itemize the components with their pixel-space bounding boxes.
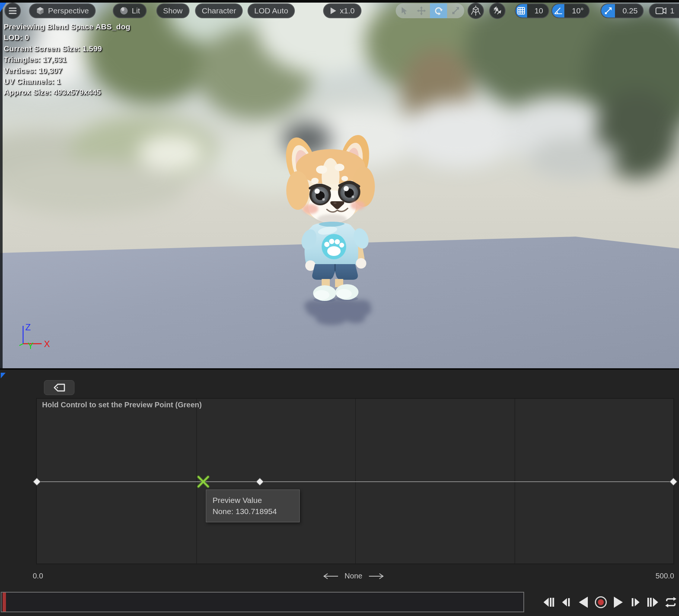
perspective-button[interactable]: Perspective — [29, 3, 96, 18]
step-backward-button[interactable] — [558, 594, 573, 610]
timeline-scrubber[interactable] — [1, 592, 524, 612]
tooltip-value: None: 130.718954 — [213, 506, 293, 517]
sample-point[interactable] — [256, 478, 264, 485]
show-labels-button[interactable] — [44, 380, 74, 395]
sample-point[interactable] — [669, 478, 677, 485]
stats-line: LOD: 0 — [4, 32, 130, 43]
preview-stats: Previewing Blend Space ABS_dog LOD: 0 Cu… — [4, 21, 130, 98]
lit-sphere-icon — [119, 6, 128, 15]
focus-corner-indicator — [1, 373, 6, 378]
camera-speed-value[interactable]: 1 — [670, 6, 675, 15]
lit-mode-button[interactable]: Lit — [113, 3, 147, 18]
tag-icon — [53, 383, 66, 392]
grid-snap-value[interactable]: 10 — [530, 6, 548, 15]
character-label: Character — [202, 6, 236, 15]
window-top-edge — [0, 0, 679, 3]
blendspace-grid[interactable]: Hold Control to set the Preview Point (G… — [36, 398, 674, 564]
rotation-snap-control[interactable]: 10° — [551, 3, 590, 18]
stats-line: Previewing Blend Space ABS_dog — [4, 21, 130, 32]
go-to-end-button[interactable] — [646, 594, 661, 610]
viewport-menu-button[interactable] — [4, 3, 21, 19]
camera-speed-control[interactable]: 1 — [649, 3, 679, 18]
show-menu-button[interactable]: Show — [156, 3, 189, 18]
sample-axis-line — [37, 481, 673, 482]
rotation-snap-value[interactable]: 10° — [568, 6, 589, 15]
transport-controls — [541, 593, 679, 612]
move-tool-button[interactable] — [413, 3, 430, 18]
scale-tool-button[interactable] — [447, 3, 464, 18]
axis-right-arrow-icon[interactable] — [368, 573, 384, 579]
tooltip-title: Preview Value — [213, 495, 293, 506]
scale-icon — [452, 7, 460, 15]
stats-line: UV Channels: 1 — [4, 76, 130, 87]
axis-labels: 0.0 None 500.0 — [33, 572, 674, 583]
stats-line: Current Screen Size: 1.599 — [4, 43, 130, 54]
lod-label: LOD Auto — [254, 6, 288, 15]
play-speed-label: x1.0 — [340, 6, 355, 15]
viewport-3d[interactable]: Perspective Lit Show Character LOD Auto … — [0, 0, 679, 368]
play-icon — [330, 7, 337, 15]
sample-point[interactable] — [33, 478, 41, 485]
play-speed-button[interactable]: x1.0 — [323, 3, 361, 18]
stats-line: Approx Size: 493x579x445 — [4, 87, 130, 97]
gizmo-z-label: Z — [25, 322, 31, 332]
preview-value-tooltip: Preview Value None: 130.718954 — [206, 490, 300, 522]
rotation-snap-toggle[interactable] — [552, 4, 564, 17]
gizmo-y-label: Y — [28, 341, 34, 351]
scale-snap-control[interactable]: 0.25 — [600, 3, 644, 18]
scale-snap-value[interactable]: 0.25 — [618, 6, 643, 15]
axis-left-arrow-icon[interactable] — [323, 573, 339, 579]
character-shadow — [304, 298, 372, 325]
lit-label: Lit — [132, 6, 140, 15]
play-reverse-button[interactable] — [576, 594, 591, 610]
cursor-icon — [401, 7, 408, 15]
axis-min-label: 0.0 — [33, 572, 43, 580]
angle-icon — [554, 7, 563, 15]
scale-arrow-icon — [604, 7, 612, 15]
cube-axes-icon — [471, 6, 481, 16]
paw-print — [322, 234, 346, 259]
preview-point-marker[interactable] — [196, 475, 210, 489]
hamburger-icon — [9, 7, 17, 14]
perspective-label: Perspective — [48, 6, 89, 15]
blendspace-hint: Hold Control to set the Preview Point (G… — [42, 401, 202, 409]
unreal-persona-window: Perspective Lit Show Character LOD Auto … — [0, 0, 679, 616]
blendspace-panel: Hold Control to set the Preview Point (G… — [0, 368, 679, 616]
step-forward-button[interactable] — [628, 594, 643, 610]
camera-icon — [656, 7, 667, 15]
record-icon — [594, 596, 608, 609]
viewport-left-edge — [0, 3, 3, 368]
coordinate-space-button[interactable] — [468, 3, 484, 19]
axis-max-label: 500.0 — [656, 572, 674, 580]
lod-auto-button[interactable]: LOD Auto — [248, 3, 295, 18]
rotate-tool-button[interactable] — [430, 3, 447, 18]
scale-snap-toggle[interactable] — [601, 4, 615, 17]
cube-icon — [36, 6, 45, 15]
record-button[interactable] — [593, 594, 608, 610]
character-model[interactable] — [283, 134, 380, 327]
playhead[interactable] — [3, 593, 6, 612]
move-icon — [417, 6, 426, 15]
stats-line: Vertices: 10,307 — [4, 65, 130, 76]
axis-gizmo: Z X Y — [18, 321, 59, 354]
axis-name-label: None — [345, 572, 363, 580]
rotate-icon — [434, 6, 443, 15]
scatter-arrows-icon — [492, 6, 502, 16]
stats-line: Triangles: 17,631 — [4, 54, 130, 65]
show-label: Show — [163, 6, 183, 15]
transform-tools — [396, 3, 464, 18]
grid-snap-control[interactable]: 10 — [515, 3, 549, 18]
surface-snapping-button[interactable] — [489, 3, 506, 19]
gizmo-x-label: X — [44, 339, 50, 349]
loop-button[interactable] — [663, 594, 678, 610]
character-menu-button[interactable]: Character — [195, 3, 243, 18]
grid-icon — [517, 7, 525, 15]
grid-snap-toggle[interactable] — [516, 4, 527, 17]
select-tool-button[interactable] — [396, 3, 413, 18]
go-to-front-button[interactable] — [541, 594, 556, 610]
play-button[interactable] — [611, 594, 626, 610]
